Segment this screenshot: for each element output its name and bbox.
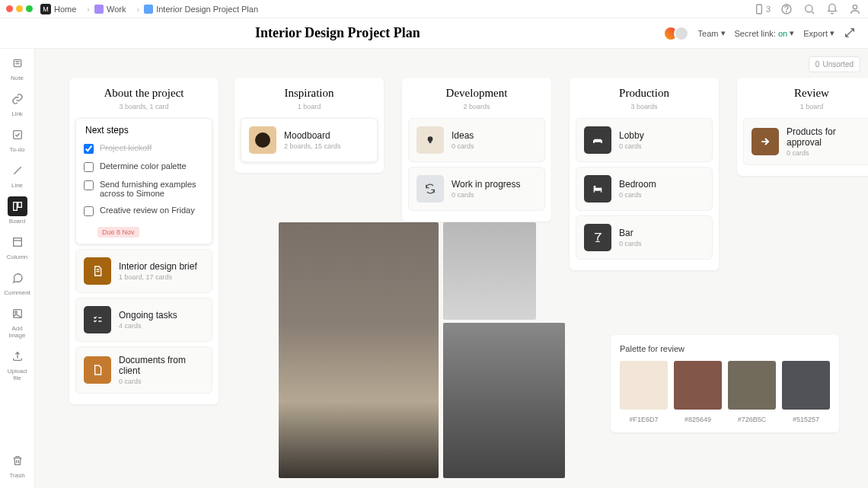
tool-trash[interactable]: Trash [4, 451, 31, 479]
tool-board[interactable]: Board [4, 196, 31, 225]
image-icon [8, 304, 27, 324]
column-icon [8, 232, 27, 252]
tool-comment[interactable]: Comment [4, 268, 31, 296]
page-header: Interior Design Project Plan Team ▾ Secr… [0, 18, 868, 49]
device-icon [752, 2, 766, 16]
color-swatch[interactable]: #F1E6D7 [620, 361, 668, 423]
moodboard-image[interactable] [279, 222, 439, 478]
board-card[interactable]: Bar0 cards [576, 215, 713, 260]
line-icon [8, 161, 27, 180]
task-row[interactable]: Creative review on Friday [82, 206, 206, 216]
tool-link[interactable]: Link [4, 89, 31, 117]
avatar [674, 26, 689, 41]
svg-point-3 [806, 5, 812, 11]
column-title: Production [576, 87, 713, 100]
column-about[interactable]: About the project 3 boards, 1 card Next … [69, 78, 219, 404]
tool-line[interactable]: Line [4, 161, 31, 189]
tool-add-image[interactable]: Add image [4, 304, 31, 339]
user-icon[interactable] [848, 2, 862, 16]
next-steps-card[interactable]: Next steps Project kickoff Determine col… [75, 118, 212, 244]
tool-todo[interactable]: To-do [4, 125, 31, 153]
column-production[interactable]: Production 3 boards Lobby0 cards Bedroom… [570, 78, 719, 270]
expand-icon[interactable] [844, 27, 856, 40]
task-checkbox[interactable] [84, 206, 94, 216]
device-indicator[interactable]: 3 [752, 2, 771, 16]
task-row[interactable]: Determine color palette [82, 161, 206, 172]
svg-rect-7 [13, 203, 17, 211]
breadcrumb-page[interactable]: Interior Design Project Plan [144, 5, 258, 14]
window-maximize[interactable] [26, 5, 33, 12]
svg-point-4 [853, 5, 857, 8]
app-logo-icon[interactable]: M [40, 4, 51, 14]
document-icon [84, 257, 111, 285]
breadcrumb-home[interactable]: Home [54, 5, 76, 14]
board-card[interactable]: Ongoing tasks4 cards [75, 298, 212, 342]
board-card[interactable]: Ideas0 cards [408, 118, 545, 162]
upload-icon [8, 346, 27, 366]
board-card[interactable]: Products for approval0 cards [743, 118, 868, 165]
bell-icon[interactable] [825, 2, 839, 16]
column-meta: 2 boards [408, 103, 545, 110]
column-title: Inspiration [241, 87, 378, 100]
card-title: Next steps [82, 125, 206, 136]
moodboard-image[interactable] [443, 323, 565, 478]
moodboard-image[interactable] [443, 222, 536, 320]
column-title: Review [743, 87, 868, 100]
arrow-right-icon [752, 128, 779, 155]
column-development[interactable]: Development 2 boards Ideas0 cards Work i… [402, 78, 551, 222]
note-icon [8, 53, 27, 73]
color-swatch[interactable]: #515257 [782, 361, 830, 423]
board-card[interactable]: Interior design brief1 board, 17 cards [75, 249, 212, 293]
search-icon[interactable] [803, 2, 816, 16]
board-card[interactable]: Bedroom0 cards [576, 167, 713, 211]
collaborator-avatars[interactable] [663, 26, 689, 41]
folder-icon [94, 5, 104, 14]
svg-rect-16 [601, 140, 602, 143]
tool-note[interactable]: Note [4, 53, 31, 81]
column-review[interactable]: Review 1 board Products for approval0 ca… [737, 78, 868, 176]
team-dropdown[interactable]: Team ▾ [698, 28, 726, 38]
task-row[interactable]: Send furnishing examples across to Simon… [82, 180, 206, 198]
color-swatch[interactable]: #825649 [674, 361, 722, 423]
task-row[interactable]: Project kickoff [82, 143, 206, 154]
svg-rect-15 [593, 140, 595, 143]
task-checkbox[interactable] [84, 144, 94, 154]
window-close[interactable] [6, 5, 13, 12]
column-inspiration[interactable]: Inspiration 1 board Moodboard2 boards, 1… [235, 78, 384, 173]
column-meta: 1 board [241, 103, 378, 110]
help-icon[interactable] [780, 2, 793, 16]
window-minimize[interactable] [16, 5, 23, 12]
secret-link-toggle[interactable]: Secret link: on ▾ [735, 28, 795, 38]
chevron-down-icon: ▾ [830, 28, 834, 38]
svg-rect-6 [13, 131, 21, 139]
tool-column[interactable]: Column [4, 232, 31, 260]
color-swatch[interactable]: #726B5C [728, 361, 776, 423]
document-icon [84, 356, 111, 384]
task-checkbox[interactable] [84, 180, 94, 190]
tool-upload-file[interactable]: Upload file [4, 346, 31, 381]
task-checkbox[interactable] [84, 162, 94, 172]
svg-rect-19 [594, 191, 595, 193]
breadcrumb-work[interactable]: Work [94, 5, 126, 14]
board-card[interactable]: Lobby0 cards [576, 118, 713, 162]
chevron-down-icon: ▾ [721, 28, 726, 38]
trash-icon [8, 451, 27, 470]
chevron-right-icon: › [136, 5, 139, 14]
canvas[interactable]: 0Unsorted About the project 3 boards, 1 … [35, 49, 868, 488]
breadcrumb-bar: M Home › Work › Interior Design Project … [0, 0, 868, 18]
export-dropdown[interactable]: Export ▾ [803, 28, 834, 38]
board-card[interactable]: Moodboard2 boards, 15 cards [241, 118, 378, 162]
unsorted-button[interactable]: 0Unsorted [809, 56, 860, 72]
glass-icon [584, 224, 611, 251]
svg-rect-18 [594, 186, 596, 188]
svg-rect-9 [13, 238, 21, 247]
sofa-icon [584, 126, 611, 154]
board-card[interactable]: Work in progress0 cards [408, 167, 545, 211]
svg-rect-17 [594, 188, 602, 191]
board-card[interactable]: Documents from client0 cards [75, 346, 212, 394]
sync-icon [416, 175, 444, 203]
palette-card[interactable]: Palette for review #F1E6D7 #825649 #726B… [611, 335, 839, 432]
todo-icon [8, 125, 27, 145]
comment-icon [8, 268, 27, 288]
due-badge: Due 8 Nov [97, 227, 139, 238]
